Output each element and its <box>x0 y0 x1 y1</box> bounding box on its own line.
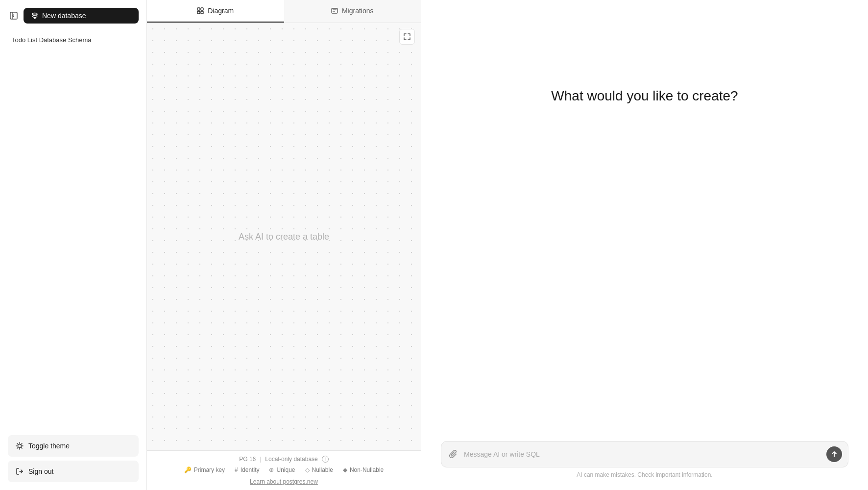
ai-disclaimer: AI can make mistakes. Check important in… <box>441 471 848 478</box>
legend-primary-key: 🔑 Primary key <box>184 466 225 473</box>
collapse-icon <box>10 12 18 20</box>
fullscreen-button[interactable] <box>399 29 415 45</box>
diagram-placeholder: Ask AI to create a table <box>239 232 329 242</box>
fullscreen-icon <box>404 33 410 40</box>
tab-migrations[interactable]: Migrations <box>284 0 421 23</box>
db-info: PG 16 | Local-only database i <box>155 456 413 463</box>
legend-non-nullable-label: Non-Nullable <box>350 466 384 473</box>
db-item[interactable]: Todo List Database Schema <box>8 33 139 47</box>
svg-point-5 <box>18 444 22 448</box>
legend-unique-label: Unique <box>276 466 295 473</box>
sign-out-button[interactable]: Sign out <box>8 461 139 482</box>
svg-rect-0 <box>10 12 17 19</box>
diagram-footer: PG 16 | Local-only database i 🔑 Primary … <box>147 450 421 490</box>
diagram-tab-icon <box>197 7 204 14</box>
tab-diagram-label: Diagram <box>208 7 234 15</box>
svg-line-12 <box>22 443 22 444</box>
attach-button[interactable] <box>447 448 460 461</box>
send-button[interactable] <box>826 446 842 462</box>
attach-icon <box>449 450 458 459</box>
db-type: Local-only database <box>265 456 317 463</box>
tab-migrations-label: Migrations <box>342 7 374 15</box>
sidebar-bottom: Toggle theme Sign out <box>8 435 139 482</box>
ai-prompt-title: What would you like to create? <box>441 88 848 104</box>
svg-rect-16 <box>201 8 203 10</box>
pg-version: PG 16 <box>239 456 256 463</box>
sign-out-label: Sign out <box>28 467 53 475</box>
ai-input-container <box>441 441 848 467</box>
new-database-button[interactable]: New database <box>24 8 139 24</box>
non-nullable-icon: ◆ <box>343 466 347 473</box>
info-icon[interactable]: i <box>322 456 329 463</box>
svg-rect-18 <box>201 11 203 14</box>
nullable-icon: ◇ <box>305 466 310 473</box>
legend-nullable-label: Nullable <box>312 466 333 473</box>
sun-icon <box>16 442 24 450</box>
sidebar-spacer <box>8 47 139 435</box>
sign-out-icon <box>16 467 24 475</box>
ai-input-area: AI can make mistakes. Check important in… <box>441 441 848 478</box>
identity-icon: # <box>235 466 238 473</box>
db-item-label: Todo List Database Schema <box>12 36 92 44</box>
sidebar-top: New database <box>8 8 139 24</box>
info-divider: | <box>260 456 261 463</box>
migrations-tab-icon <box>331 7 338 14</box>
collapse-sidebar-button[interactable] <box>8 10 20 22</box>
ai-title-area: What would you like to create? <box>441 20 848 104</box>
new-database-label: New database <box>42 12 86 20</box>
svg-line-10 <box>17 443 18 444</box>
svg-line-13 <box>17 448 18 448</box>
ai-message-input[interactable] <box>464 450 822 458</box>
learn-link[interactable]: Learn about postgres.new <box>155 478 413 485</box>
database-icon <box>31 12 38 19</box>
legend-nullable: ◇ Nullable <box>305 466 333 473</box>
svg-rect-17 <box>197 11 200 14</box>
learn-link-text: Learn about postgres.new <box>250 478 318 485</box>
tab-bar: Diagram Migrations <box>147 0 421 23</box>
send-icon <box>831 451 838 458</box>
sidebar: New database Todo List Database Schema T… <box>0 0 147 490</box>
legend-identity-label: Identity <box>241 466 260 473</box>
tab-diagram[interactable]: Diagram <box>147 0 284 23</box>
svg-line-11 <box>22 448 22 448</box>
legend: 🔑 Primary key # Identity ⊕ Unique ◇ Null… <box>155 466 413 473</box>
svg-rect-19 <box>332 8 338 13</box>
primary-key-icon: 🔑 <box>184 466 192 473</box>
toggle-theme-label: Toggle theme <box>28 442 70 450</box>
svg-point-2 <box>32 13 37 15</box>
right-panel: What would you like to create? AI can ma… <box>421 0 868 490</box>
legend-unique: ⊕ Unique <box>269 466 295 473</box>
diagram-area: Ask AI to create a table <box>147 23 421 450</box>
legend-identity: # Identity <box>235 466 259 473</box>
legend-primary-key-label: Primary key <box>194 466 225 473</box>
svg-rect-15 <box>197 8 200 10</box>
unique-icon: ⊕ <box>269 466 274 473</box>
center-panel: Diagram Migrations Ask AI to create a ta… <box>147 0 421 490</box>
toggle-theme-button[interactable]: Toggle theme <box>8 435 139 457</box>
legend-non-nullable: ◆ Non-Nullable <box>343 466 384 473</box>
